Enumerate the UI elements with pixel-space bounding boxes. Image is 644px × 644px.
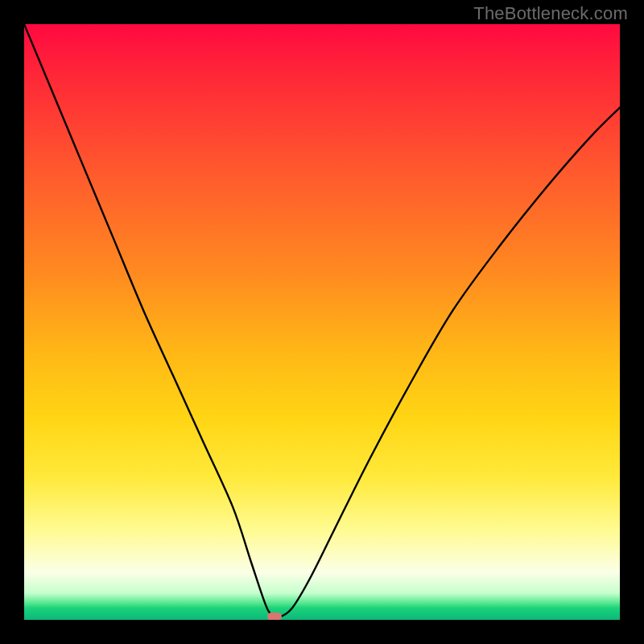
optimal-marker: [267, 613, 282, 620]
bottleneck-curve: [24, 24, 620, 620]
chart-frame: TheBottleneck.com: [0, 0, 644, 644]
plot-area: [24, 24, 620, 620]
watermark-text: TheBottleneck.com: [473, 3, 628, 24]
